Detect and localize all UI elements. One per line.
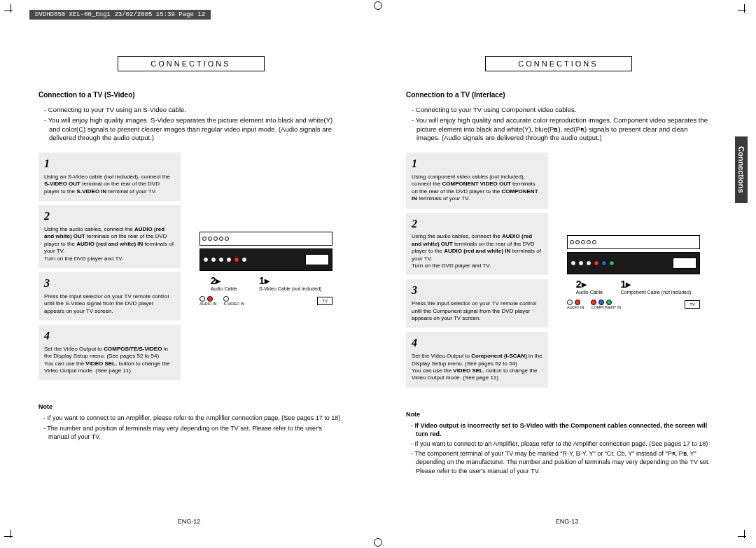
step-1-right: 1 Using component video cables (not incl… xyxy=(406,153,548,208)
page-number-left: ENG-12 xyxy=(178,518,201,525)
step-3-left: 3 Press the input selector on your TV re… xyxy=(38,272,181,321)
subheading-right: Connection to a TV (Interlace) xyxy=(406,91,710,99)
rear-panel-icon xyxy=(200,248,332,271)
step-4-right: 4 Set the Video Output to Component (I-S… xyxy=(406,332,548,387)
arrow-1-icon: 1▸ xyxy=(620,279,691,290)
diagram-component: 2▸Audio Cable 1▸Component Cable (not inc… xyxy=(567,235,700,309)
header-metadata: DVDHD850 XEL-00_Eng1 23/02/2005 15:39 Pa… xyxy=(29,10,211,20)
section-header-right: CONNECTIONS xyxy=(485,56,632,71)
page-number-right: ENG-13 xyxy=(556,518,579,525)
note-left: Note - If you want to connect to an Ampl… xyxy=(38,402,343,441)
tv-box-icon: TV xyxy=(685,300,700,309)
intro-left: - Connecting to your TV using an S-Video… xyxy=(38,106,343,143)
page-right: CONNECTIONS Connection to a TV (Interlac… xyxy=(378,28,756,518)
arrow-2-icon: 2▸ xyxy=(211,275,237,286)
diagram-svideo: 2▸Audio Cable 1▸S-Video Cable (not inclu… xyxy=(200,232,332,306)
arrow-2-icon: 2▸ xyxy=(576,279,603,290)
tv-box-icon: TV xyxy=(317,297,332,305)
step-1-left: 1 Using an S-Video cable (not included),… xyxy=(38,153,181,201)
note-right: Note - If Video output is incorrectly se… xyxy=(406,410,710,475)
dvd-rear-icon xyxy=(200,232,332,246)
step-2-left: 2 Using the audio cables, connect the AU… xyxy=(38,205,181,268)
arrow-1-icon: 1▸ xyxy=(259,275,321,286)
section-header-left: CONNECTIONS xyxy=(118,56,265,71)
page-left: CONNECTIONS Connection to a TV (S-Video)… xyxy=(0,28,378,518)
step-2-right: 2 Using the audio cables, connect the AU… xyxy=(406,213,548,276)
dvd-rear-icon xyxy=(567,235,700,249)
intro-right: - Connecting to your TV using Component … xyxy=(406,106,710,143)
step-4-left: 4 Set the Video Output to COMPOSITE/S-VI… xyxy=(38,325,181,380)
step-3-right: 3 Press the input selector on your TV re… xyxy=(406,279,548,328)
subheading-left: Connection to a TV (S-Video) xyxy=(38,91,343,99)
rear-panel-icon xyxy=(567,252,700,274)
